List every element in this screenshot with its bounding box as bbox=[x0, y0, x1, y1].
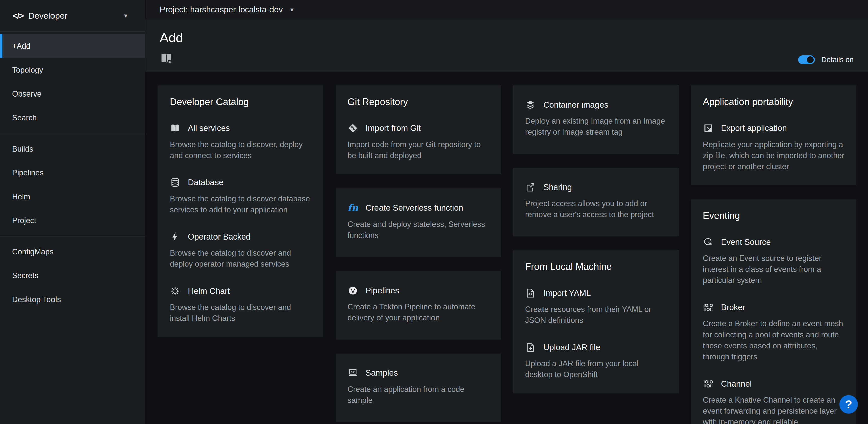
sidebar-item-secrets[interactable]: Secrets bbox=[0, 264, 145, 287]
card-application-portability: Application portabilityExport applicatio… bbox=[691, 85, 857, 185]
card-eventing: EventingEvent SourceCreate an Event sour… bbox=[691, 199, 857, 424]
add-item-title: Event Source bbox=[721, 237, 771, 247]
add-item-link-event-source[interactable]: Event Source bbox=[703, 237, 845, 247]
help-button[interactable]: ? bbox=[839, 395, 858, 414]
add-item-broker: BrokerCreate a Broker to define an event… bbox=[703, 302, 845, 362]
binary-icon bbox=[703, 302, 715, 313]
add-item-description: Create a Tekton Pipeline to automate del… bbox=[348, 301, 489, 323]
details-toggle-label: Details on bbox=[821, 56, 854, 64]
add-item-description: Create a Broker to define an event mesh … bbox=[703, 318, 845, 362]
add-item-title: Container images bbox=[543, 100, 608, 110]
card-column-2: Git RepositoryImport from GitImport code… bbox=[336, 85, 501, 422]
add-item-create-serverless-function: fnCreate Serverless functionCreate and d… bbox=[348, 202, 489, 241]
card-git-repository: Git RepositoryImport from GitImport code… bbox=[336, 85, 501, 174]
sidebar-item-observe[interactable]: Observe bbox=[0, 82, 145, 106]
project-selector[interactable]: Project: harshcasper-localsta-dev bbox=[160, 5, 283, 14]
add-item-export-application: Export applicationReplicate your applica… bbox=[703, 123, 845, 172]
add-item-channel: ChannelCreate a Knative Channel to creat… bbox=[703, 378, 845, 424]
card-samples: SamplesCreate an application from a code… bbox=[336, 354, 501, 422]
perspective-switcher[interactable]: </> Developer ▾ bbox=[0, 0, 145, 32]
add-item-title: Upload JAR file bbox=[543, 343, 600, 352]
add-item-samples: SamplesCreate an application from a code… bbox=[348, 368, 489, 406]
code-icon: </> bbox=[12, 11, 23, 21]
add-item-event-source: Event SourceCreate an Event source to re… bbox=[703, 237, 845, 286]
sidebar-item-add[interactable]: +Add bbox=[0, 34, 145, 58]
add-item-description: Deploy an existing Image from an Image r… bbox=[525, 116, 667, 138]
page-title: Add bbox=[160, 30, 854, 45]
add-item-link-pipelines[interactable]: Pipelines bbox=[348, 285, 489, 296]
add-item-link-operator-backed[interactable]: Operator Backed bbox=[170, 231, 311, 242]
add-item-helm-chart: Helm ChartBrowse the catalog to discover… bbox=[170, 286, 311, 324]
share-icon bbox=[525, 182, 537, 193]
add-item-title: Pipelines bbox=[366, 286, 399, 295]
add-item-link-all-services[interactable]: All services bbox=[170, 123, 311, 134]
helm-icon bbox=[170, 286, 181, 296]
add-item-title: Channel bbox=[721, 379, 752, 389]
sidebar-item-pipelines[interactable]: Pipelines bbox=[0, 161, 145, 185]
sidebar-item-desktop-tools[interactable]: Desktop Tools bbox=[0, 287, 145, 311]
add-item-title: Import YAML bbox=[543, 288, 591, 298]
add-item-description: Upload a JAR file from your local deskto… bbox=[525, 358, 667, 380]
add-item-pipelines: PipelinesCreate a Tekton Pipeline to aut… bbox=[348, 285, 489, 323]
add-item-link-database[interactable]: Database bbox=[170, 177, 311, 188]
add-item-link-upload-jar-file[interactable]: Upload JAR file bbox=[525, 342, 667, 352]
add-item-title: Broker bbox=[721, 303, 745, 312]
sidebar: </> Developer ▾ +AddTopologyObserveSearc… bbox=[0, 0, 145, 424]
add-item-description: Browse the catalog to discover database … bbox=[170, 193, 311, 216]
add-item-description: Replicate your application by exporting … bbox=[703, 139, 845, 172]
sidebar-nav: +AddTopologyObserveSearchBuildsPipelines… bbox=[0, 32, 145, 311]
fn-icon: fn bbox=[348, 202, 359, 214]
add-item-link-container-images[interactable]: Container images bbox=[525, 100, 667, 110]
card-title: Git Repository bbox=[348, 96, 489, 107]
add-item-title: All services bbox=[188, 123, 230, 133]
sidebar-item-helm[interactable]: Helm bbox=[0, 185, 145, 208]
sidebar-item-topology[interactable]: Topology bbox=[0, 58, 145, 82]
add-item-description: Browse the catalog to discover and insta… bbox=[170, 302, 311, 324]
perspective-label: Developer bbox=[28, 11, 124, 21]
details-toggle[interactable] bbox=[798, 55, 815, 64]
add-item-description: Create an application from a code sample bbox=[348, 384, 489, 406]
add-item-link-create-serverless-function[interactable]: fnCreate Serverless function bbox=[348, 202, 489, 214]
chevron-down-icon[interactable]: ▾ bbox=[290, 6, 293, 13]
card-from-local-machine: From Local MachineImport YAMLCreate reso… bbox=[513, 250, 679, 393]
book-plus-icon[interactable] bbox=[160, 52, 173, 66]
add-item-link-channel[interactable]: Channel bbox=[703, 378, 845, 389]
add-item-link-export-application[interactable]: Export application bbox=[703, 123, 845, 134]
add-item-description: Create resources from their YAML or JSON… bbox=[525, 304, 667, 326]
book-icon bbox=[170, 123, 181, 134]
add-item-title: Database bbox=[188, 178, 223, 187]
page-header: Add Details on bbox=[146, 20, 868, 72]
openshift-console: </> Developer ▾ +AddTopologyObserveSearc… bbox=[0, 0, 868, 424]
sidebar-divider bbox=[0, 133, 145, 134]
toggle-knob bbox=[807, 56, 814, 63]
sidebar-item-project[interactable]: Project bbox=[0, 208, 145, 232]
add-item-description: Create and deploy stateless, Serverless … bbox=[348, 219, 489, 241]
add-item-link-helm-chart[interactable]: Helm Chart bbox=[170, 286, 311, 296]
details-toggle-group: Details on bbox=[798, 55, 854, 64]
add-page-cards: Developer CatalogAll servicesBrowse the … bbox=[146, 72, 868, 424]
add-item-link-sharing[interactable]: Sharing bbox=[525, 182, 667, 193]
sidebar-item-configmaps[interactable]: ConfigMaps bbox=[0, 240, 145, 264]
add-item-link-import-from-git[interactable]: Import from Git bbox=[348, 123, 489, 134]
add-item-database: DatabaseBrowse the catalog to discover d… bbox=[170, 177, 311, 216]
card-column-1: Developer CatalogAll servicesBrowse the … bbox=[158, 85, 323, 337]
add-item-link-samples[interactable]: Samples bbox=[348, 368, 489, 378]
card-sharing: SharingProject access allows you to add … bbox=[513, 168, 679, 236]
card-developer-catalog: Developer CatalogAll servicesBrowse the … bbox=[158, 85, 323, 337]
sidebar-item-builds[interactable]: Builds bbox=[0, 137, 145, 161]
card-title: Eventing bbox=[703, 210, 845, 221]
add-item-description: Import code from your Git repository to … bbox=[348, 139, 489, 161]
card-pipelines: PipelinesCreate a Tekton Pipeline to aut… bbox=[336, 271, 501, 340]
add-item-description: Create a Knative Channel to create an ev… bbox=[703, 395, 845, 424]
add-item-sharing: SharingProject access allows you to add … bbox=[525, 182, 667, 220]
laptop-icon bbox=[348, 368, 359, 378]
sidebar-item-search[interactable]: Search bbox=[0, 106, 145, 130]
add-item-link-broker[interactable]: Broker bbox=[703, 302, 845, 313]
add-item-title: Export application bbox=[721, 123, 787, 133]
database-icon bbox=[170, 177, 181, 188]
add-item-description: Create an Event source to register inter… bbox=[703, 253, 845, 286]
add-item-title: Helm Chart bbox=[188, 286, 230, 296]
add-item-container-images: Container imagesDeploy an existing Image… bbox=[525, 100, 667, 138]
add-item-import-from-git: Import from GitImport code from your Git… bbox=[348, 123, 489, 161]
add-item-link-import-yaml[interactable]: Import YAML bbox=[525, 288, 667, 298]
